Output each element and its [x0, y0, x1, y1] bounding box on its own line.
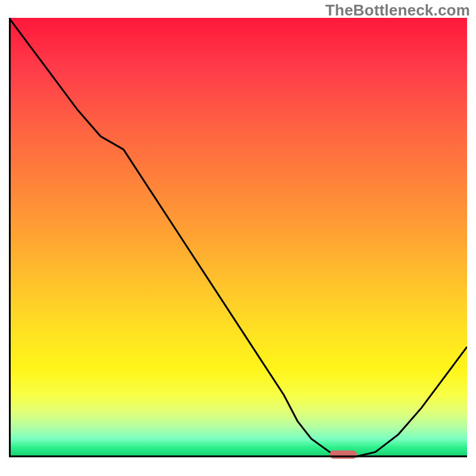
chart-container: TheBottleneck.com [0, 0, 476, 476]
optimal-marker [330, 450, 357, 459]
plot-area [9, 18, 467, 470]
watermark-text: TheBottleneck.com [325, 1, 470, 20]
background-gradient [9, 18, 467, 456]
